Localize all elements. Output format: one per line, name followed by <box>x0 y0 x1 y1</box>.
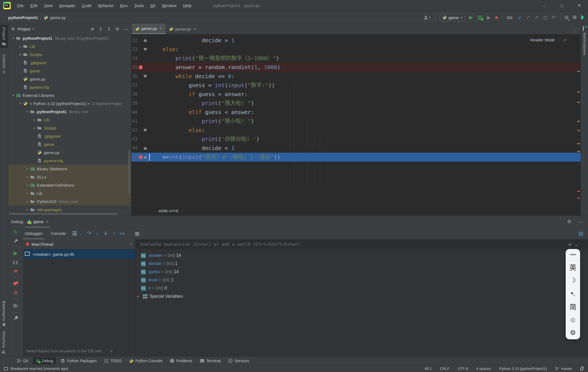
tree-item-external-libraries[interactable]: ▾External Libraries <box>8 91 131 99</box>
tool-button-git[interactable]: Git <box>14 358 31 364</box>
breadcrumb-project[interactable]: pythonProject1 <box>8 15 38 20</box>
tree-item-site-packages[interactable]: ▸site-packages <box>8 205 131 214</box>
line-number[interactable]: 38 <box>131 90 138 99</box>
maximize-button[interactable]: □ <box>553 0 571 11</box>
stop-debug-button[interactable]: ■ <box>14 268 17 274</box>
debugger-settings-button[interactable]: ⚙▾ <box>13 303 19 309</box>
ime-punctuation-mode-button[interactable]: •, <box>566 287 580 300</box>
menu-code[interactable]: Code <box>79 2 95 10</box>
variable-row-decide[interactable]: 01decide = {int} 1 <box>141 260 588 268</box>
menu-refactor[interactable]: Refactor <box>95 2 116 10</box>
line-number[interactable]: 36 <box>131 72 138 81</box>
code-line-45[interactable]: 45 n=int(input("继续? 0--继续; 1--退出")) <box>131 153 581 162</box>
stripe-mark[interactable] <box>577 191 580 192</box>
menu-window[interactable]: Window <box>159 2 179 10</box>
git-commit-button[interactable]: ✓ <box>526 15 530 20</box>
git-branch-indicator[interactable]: master <box>555 367 572 371</box>
chevron-down-icon[interactable]: ▾ <box>25 110 30 113</box>
ime-ime-settings-button[interactable]: ⚙ <box>566 326 580 339</box>
tab-console[interactable]: Console <box>49 227 68 239</box>
mute-breakpoints-button[interactable]: ⊘ <box>14 289 18 296</box>
tool-button-python-packages[interactable]: Python Packages <box>58 358 99 364</box>
view-breakpoints-button[interactable] <box>13 281 18 286</box>
run-configuration-select[interactable]: game ▾ <box>440 13 465 21</box>
chevron-right-icon[interactable]: ▸ <box>25 200 30 203</box>
chevron-right-icon[interactable]: ▸ <box>32 118 37 122</box>
line-number[interactable]: 44 <box>131 144 138 153</box>
tree-item-pythonproject1[interactable]: ▾pythonProject1library root <box>8 107 131 116</box>
tree-item-lib[interactable]: ▸Lib <box>8 116 131 124</box>
menu-help[interactable]: Help <box>180 2 194 10</box>
thread-selector[interactable]: MainThread ▾ <box>23 239 135 249</box>
line-number[interactable]: 39 <box>131 99 138 108</box>
inspections-ok-icon[interactable]: ✓✓ <box>563 37 568 42</box>
fold-marker-icon[interactable] <box>144 156 147 159</box>
line-number[interactable]: 35 <box>131 63 138 72</box>
code-line-33[interactable]: 33 else: <box>131 45 581 54</box>
error-stripe[interactable] <box>577 34 581 205</box>
code-with-me-button[interactable]: ▾ <box>424 15 431 20</box>
stripe-mark[interactable] <box>577 121 580 122</box>
panel-options-button[interactable]: ⚙ <box>115 26 119 32</box>
breadcrumb-file[interactable]: game.py <box>50 15 66 20</box>
debug-button[interactable] <box>477 15 483 20</box>
stripe-mark[interactable] <box>577 91 580 93</box>
breakpoint-icon[interactable] <box>139 155 143 159</box>
chevron-right-icon[interactable]: ▸ <box>25 167 30 171</box>
resume-button[interactable]: ▶ <box>14 250 18 256</box>
menu-tools[interactable]: Tools <box>132 2 147 10</box>
variable-row-guess[interactable]: 01guess = {int} 14 <box>141 268 588 276</box>
variable-row-n[interactable]: 01n = {int} 0 <box>141 284 588 292</box>
tool-button-commit[interactable]: Commit <box>0 52 8 76</box>
interpreter-indicator[interactable]: Python 3.10 (pythonProject1) <box>499 367 547 371</box>
reader-mode-widget[interactable]: Reader Mode ✓✓ <box>530 37 568 42</box>
tree-item-game[interactable]: game <box>8 67 131 75</box>
chevron-right-icon[interactable]: ▸ <box>25 208 30 211</box>
tool-button-notifications[interactable]: Notifications <box>583 33 587 56</box>
tree-item-.gitignore[interactable]: .gitignore <box>8 59 131 67</box>
run-with-coverage-button[interactable]: ▶ <box>487 15 491 20</box>
debug-settings-icon[interactable]: ⚙ <box>567 219 571 225</box>
tool-button-structure[interactable]: Structure <box>0 329 8 356</box>
indent-indicator[interactable]: 4 spaces <box>476 367 491 371</box>
ime-emoji-picker-button[interactable]: ☺ <box>566 313 580 326</box>
locate-file-button[interactable]: ⊕ <box>90 26 94 32</box>
tree-item-.gitignore[interactable]: .gitignore <box>8 132 131 140</box>
debug-settings-wrench-icon[interactable] <box>13 238 18 243</box>
tool-button-terminal[interactable]: Terminal <box>197 358 223 364</box>
menu-run[interactable]: Run <box>117 2 130 10</box>
tree-item-pythonproject1[interactable]: ▾pythonProject1library root, D:\pythonPr… <box>8 34 131 42</box>
tree-item-lib[interactable]: ▸Lib <box>8 42 131 50</box>
menu-navigate[interactable]: Navigate <box>56 2 78 10</box>
pause-button[interactable]: ▮▮ <box>13 260 19 265</box>
line-number[interactable]: 41 <box>131 117 138 126</box>
tree-item-game.py[interactable]: game.py <box>8 75 131 83</box>
tab-game-py[interactable]: game.py ✕ <box>132 24 166 34</box>
special-variables-row[interactable]: ▸Special Variables <box>135 292 588 300</box>
tree-item-pyvenv.cfg[interactable]: pyvenv.cfg <box>8 156 131 165</box>
close-session-icon[interactable]: ✕ <box>46 220 49 224</box>
menu-view[interactable]: View <box>41 2 55 10</box>
tree-item-binary-skeletons[interactable]: ▸Binary Skeletons <box>8 165 131 173</box>
chevron-right-icon[interactable]: ▸ <box>25 183 30 187</box>
stop-button[interactable]: ■ <box>495 15 498 20</box>
line-number[interactable]: 34 <box>131 54 138 63</box>
ime-halfwidth-mode-button[interactable]: ☽ <box>566 273 580 287</box>
stripe-mark[interactable] <box>577 130 580 131</box>
ime-english-mode-button[interactable]: 英 <box>566 260 580 273</box>
code-line-43[interactable]: 43 print('你猜对啦! ') <box>131 135 581 144</box>
stripe-mark[interactable] <box>577 71 580 72</box>
status-message[interactable]: Breakpoint reached (moments ago) <box>4 367 68 371</box>
toolbox-icon[interactable] <box>581 15 584 20</box>
step-over-button[interactable]: ↷ <box>87 230 91 236</box>
line-number[interactable]: 32 <box>131 36 138 45</box>
debug-session-tab[interactable]: game ✕ <box>24 216 51 227</box>
tree-vertical-scrollbar[interactable] <box>128 150 130 194</box>
line-number[interactable]: 42 <box>131 126 138 135</box>
chevron-right-icon[interactable]: ▸ <box>18 45 23 48</box>
settings-button[interactable]: ⚙ <box>572 15 577 20</box>
dismiss-hint-icon[interactable]: ✕ <box>110 349 113 353</box>
chevron-down-icon[interactable]: ▾ <box>32 27 34 31</box>
encoding-indicator[interactable]: UTF-8 <box>458 367 468 371</box>
tree-item-game.py[interactable]: game.py <box>8 148 131 156</box>
